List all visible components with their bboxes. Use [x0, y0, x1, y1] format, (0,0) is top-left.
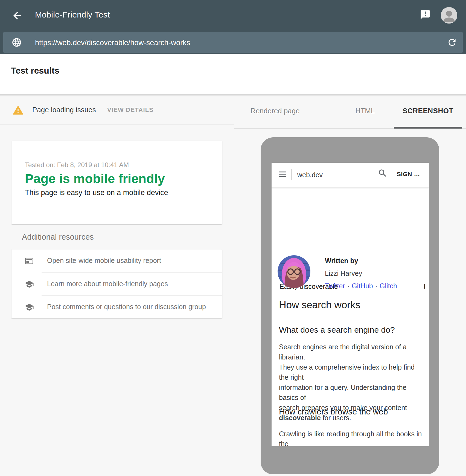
list-item-label: Post comments or questions to our discus… [47, 303, 206, 311]
list-item-label: Open site-wide mobile usability report [47, 257, 161, 265]
url-bar[interactable]: https://web.dev/discoverable/how-search-… [3, 32, 463, 53]
app-title: Mobile-Friendly Test [35, 10, 110, 19]
phone-header-shadow [272, 187, 429, 189]
warning-label: Page loading issues [32, 106, 96, 114]
github-link[interactable]: GitHub [352, 282, 373, 290]
verdict-text: Page is mobile friendly [25, 171, 165, 186]
warning-icon [12, 105, 24, 116]
tab-rendered-page[interactable]: Rendered page [251, 107, 299, 115]
panel-divider [234, 94, 234, 476]
link-separator: · [373, 282, 380, 290]
author-name: Lizzi Harvey [325, 269, 362, 277]
feedback-icon[interactable] [420, 9, 431, 20]
verdict-description: This page is easy to use on a mobile dev… [25, 188, 168, 197]
twitter-link[interactable]: Twitter [325, 282, 345, 290]
article-title: How search works [279, 299, 360, 311]
title-band: Test results [0, 54, 466, 94]
discussion-school-icon [25, 303, 34, 312]
tested-on-text: Tested on: Feb 8, 2019 at 10:41 AM [25, 161, 129, 169]
learn-school-icon [25, 280, 34, 289]
phone-site-header: web.dev SIGN … [272, 163, 429, 187]
author-links: Twitter·GitHub·Glitch [325, 282, 397, 290]
article-heading-1: What does a search engine do? [279, 325, 395, 335]
band-shadow [0, 94, 466, 97]
glitch-link[interactable]: Glitch [380, 282, 397, 290]
content-area: Page loading issues VIEW DETAILS Tested … [0, 94, 466, 476]
article-paragraph-2: Crawling is like reading through all the… [279, 429, 423, 446]
url-text[interactable]: https://web.dev/discoverable/how-search-… [35, 39, 190, 47]
tab-html[interactable]: HTML [356, 107, 375, 115]
mobile-friendly-test-app: Mobile-Friendly Test https://web.dev/dis… [0, 0, 466, 476]
list-item[interactable]: Open site-wide mobile usability report [11, 249, 222, 272]
globe-icon [11, 37, 22, 48]
sign-in-label: SIGN … [397, 171, 420, 178]
list-item[interactable]: Learn more about mobile-friendly pages [11, 273, 222, 296]
search-icon [378, 168, 388, 178]
result-card: Tested on: Feb 8, 2019 at 10:41 AM Page … [11, 141, 222, 224]
author-avatar [278, 255, 310, 288]
selected-tab-indicator [394, 127, 462, 129]
page-title: Test results [11, 66, 59, 76]
warning-row-border [0, 124, 234, 124]
link-separator: · [345, 282, 352, 290]
truncated-glyph: I [424, 282, 426, 290]
hamburger-menu-icon [278, 170, 287, 178]
url-bar-band: https://web.dev/discoverable/how-search-… [0, 31, 466, 54]
list-item[interactable]: Post comments or questions to our discus… [11, 296, 222, 319]
tab-screenshot[interactable]: SCREENSHOT [403, 107, 453, 115]
site-search-input: web.dev [292, 169, 341, 180]
article-heading-2: How crawlers browse the web [279, 407, 388, 416]
account-avatar[interactable] [441, 7, 457, 24]
resources-heading: Additional resources [22, 233, 94, 242]
view-details-link[interactable]: VIEW DETAILS [107, 106, 153, 114]
list-item-label: Learn more about mobile-friendly pages [47, 280, 168, 288]
resources-card: Open site-wide mobile usability report L… [11, 249, 222, 318]
app-bar: Mobile-Friendly Test [0, 0, 466, 31]
usability-report-icon [25, 256, 34, 266]
back-arrow-icon[interactable] [11, 10, 23, 21]
site-search-value: web.dev [297, 171, 323, 179]
written-by-label: Written by [325, 257, 358, 265]
refresh-icon[interactable] [447, 37, 457, 48]
phone-screenshot: web.dev SIGN … Easily discoverable I [272, 163, 429, 446]
